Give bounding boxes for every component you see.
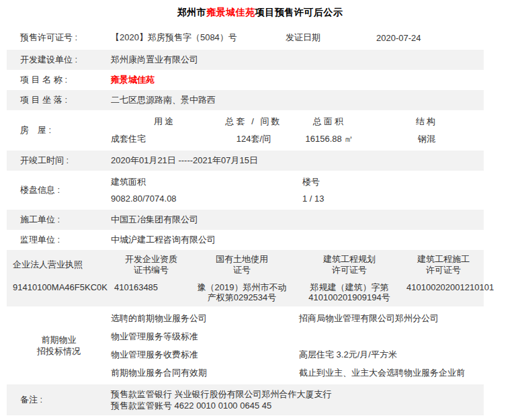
property-bidding-items: 选聘的前期物业服务公司 招商局物业管理有限公司郑州分公司 物业管理服务等级标准 … xyxy=(111,309,484,382)
house-value-line: 成套住宅 124套/间 16156.88 ㎡ 钢混 xyxy=(111,130,484,148)
construction-period-value: 2020年01月21日 -----2021年07月15日 xyxy=(111,155,484,167)
license-value-line: 91410100MA46F5KC0K 410163485 豫（2019）郑州市不… xyxy=(7,282,484,302)
property-item-fee-standard: 物业管理服务收费标准 高层住宅 3.2元/月/平方米 xyxy=(111,345,484,364)
issue-date-label: 发证日期 xyxy=(286,32,376,44)
issue-date-value: 2020-07-24 xyxy=(376,33,484,43)
property-item-service-grade: 物业管理服务等级标准 xyxy=(111,327,484,345)
construction-period-label: 开竣工时间 : xyxy=(7,155,111,167)
row-project-name: 项 目 名 称 : 雍景城佳苑 xyxy=(7,70,484,90)
title-project-name: 雍景城佳苑 xyxy=(206,7,255,17)
license-col-land-use: 国有土地使用 证号 xyxy=(188,254,296,276)
row-presale-permit: 预售许可证号 : 【2020】郑房预售字（5084）号 发证日期 2020-07… xyxy=(7,26,484,50)
row-construction-period: 开竣工时间 : 2020年01月21日 -----2021年07月15日 xyxy=(7,151,484,171)
building-number-value: 1 / 13 xyxy=(302,194,484,204)
property-item-contract-validity: 前期物业服务合同有效期 截止到业主、业主大会选聘物业服务企业前 xyxy=(111,364,484,382)
row-licenses: 企业法人营业执照 开发企业资质 证书编号 国有土地使用 证号 建筑工程规划 许可… xyxy=(7,250,484,306)
supervisor-value: 中城沪建工程咨询有限公司 xyxy=(111,234,484,246)
project-name-label: 项 目 名 称 : xyxy=(7,74,111,86)
constructor-label: 施工单位 : xyxy=(7,214,111,226)
house-col-structure: 结构 xyxy=(370,116,484,128)
building-area-label: 建筑面积 xyxy=(111,176,302,188)
supervisor-label: 监理单位 : xyxy=(7,234,111,246)
construction-permit-value: 410100202001210101 xyxy=(403,282,494,302)
remark-value: 预售款监管银行 兴业银行股份有限公司郑州合作大厦支行 预售款监管账号 4622 … xyxy=(111,388,484,411)
house-label: 房 屋 : xyxy=(7,124,111,136)
house-structure-value: 钢混 xyxy=(370,133,484,145)
row-house: 房 屋 : 用途 总套 / 间数 总面积 结构 成套住宅 124套/间 1615… xyxy=(7,110,484,151)
remark-account-line: 预售款监管账号 4622 0010 0100 0645 45 xyxy=(111,400,484,411)
notice-table: 预售许可证号 : 【2020】郑房预售字（5084）号 发证日期 2020-07… xyxy=(7,26,484,415)
project-location-value: 二七区思源路南、景中路西 xyxy=(111,94,484,106)
developer-label: 开发建设单位 : xyxy=(7,54,111,66)
remark-label: 备注 : xyxy=(7,394,111,406)
house-usage-value: 成套住宅 xyxy=(111,133,218,145)
row-constructor: 施工单位 : 中国五冶集团有限公司 xyxy=(7,210,484,230)
house-col-area: 总面积 xyxy=(289,116,370,128)
row-project-location: 项 目 坐 落 : 二七区思源路南、景中路西 xyxy=(7,90,484,110)
row-property-bidding: 前期物业 招投标情况 选聘的前期物业服务公司 招商局物业管理有限公司郑州分公司 … xyxy=(7,306,484,384)
title-prefix: 郑州市 xyxy=(177,7,207,17)
building-area-value: 9082.80/7074.08 xyxy=(111,194,302,204)
constructor-value: 中国五冶集团有限公司 xyxy=(111,214,484,226)
building-header-line: 建筑面积 楼号 xyxy=(111,173,484,190)
house-col-usage: 用途 xyxy=(111,116,218,128)
row-building-info: 楼盘信息 : 建筑面积 楼号 9082.80/7074.08 1 / 13 xyxy=(7,171,484,210)
house-units-value: 124套/间 xyxy=(218,133,289,145)
building-number-label: 楼号 xyxy=(302,176,484,188)
page-title: 郑州市雍景城佳苑项目预售许可后公示 xyxy=(0,0,520,19)
title-suffix: 项目预售许可后公示 xyxy=(255,7,343,17)
project-location-label: 项 目 坐 落 : xyxy=(7,94,111,106)
property-bidding-label: 前期物业 招投标情况 xyxy=(7,334,111,357)
row-supervisor: 监理单位 : 中城沪建工程咨询有限公司 xyxy=(7,230,484,250)
house-table: 用途 总套 / 间数 总面积 结构 成套住宅 124套/间 16156.88 ㎡… xyxy=(111,113,484,148)
presale-permit-label: 预售许可证号 : xyxy=(7,32,111,44)
project-name-value: 雍景城佳苑 xyxy=(111,74,484,86)
house-header-line: 用途 总套 / 间数 总面积 结构 xyxy=(111,113,484,130)
license-col-qualification: 开发企业资质 证书编号 xyxy=(114,254,188,276)
license-header-line: 企业法人营业执照 开发企业资质 证书编号 国有土地使用 证号 建筑工程规划 许可… xyxy=(7,254,484,276)
business-license-value: 91410100MA46F5KC0K xyxy=(7,282,114,302)
row-remark: 备注 : 预售款监管银行 兴业银行股份有限公司郑州合作大厦支行 预售款监管账号 … xyxy=(7,384,484,415)
presale-permit-number: 【2020】郑房预售字（5084）号 xyxy=(111,32,286,44)
row-developer: 开发建设单位 : 郑州康尚置业有限公司 xyxy=(7,50,484,70)
building-value-line: 9082.80/7074.08 1 / 13 xyxy=(111,190,484,207)
house-col-units: 总套 / 间数 xyxy=(218,116,289,128)
building-info-label: 楼盘信息 : xyxy=(7,184,111,196)
house-area-value: 16156.88 ㎡ xyxy=(289,133,370,145)
remark-bank-line: 预售款监管银行 兴业银行股份有限公司郑州合作大厦支行 xyxy=(111,388,484,400)
planning-permit-value: 郑规建（建筑）字第410100201909194号 xyxy=(296,282,403,302)
developer-value: 郑州康尚置业有限公司 xyxy=(111,54,484,66)
license-col-planning: 建筑工程规划 许可证号 xyxy=(296,254,403,276)
license-col-construction-permit: 建筑工程施工 许可证号 xyxy=(403,254,484,276)
qualification-cert-value: 410163485 xyxy=(114,282,188,302)
license-col-business: 企业法人营业执照 xyxy=(7,254,114,276)
building-info-table: 建筑面积 楼号 9082.80/7074.08 1 / 13 xyxy=(111,173,484,207)
property-item-company: 选聘的前期物业服务公司 招商局物业管理有限公司郑州分公司 xyxy=(111,309,484,327)
land-use-cert-value: 豫（2019）郑州市不动产权第0292534号 xyxy=(188,282,296,302)
